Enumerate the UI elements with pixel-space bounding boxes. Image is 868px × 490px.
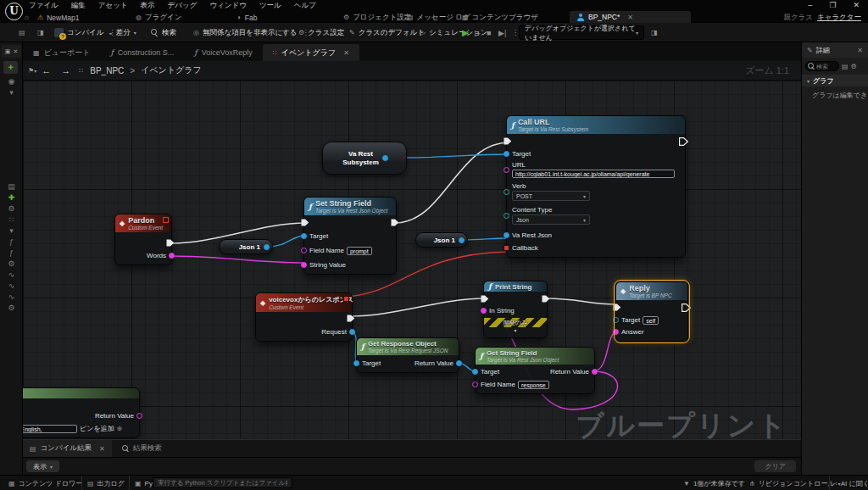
node-get-response-object[interactable]: ƒ Get Response ObjectTarget is Va Rest R… <box>356 337 459 373</box>
exec-pin[interactable] <box>166 239 175 247</box>
breadcrumb-current[interactable]: イベントグラフ <box>141 64 202 76</box>
verb-pin[interactable] <box>504 189 509 195</box>
return-value-pin[interactable] <box>136 413 142 419</box>
node-json1-variable[interactable]: Json 1 <box>219 239 273 254</box>
return-value-pin[interactable] <box>592 369 598 375</box>
menu-edit[interactable]: 編集 <box>71 1 86 11</box>
maximize-button[interactable]: ❐ <box>829 1 836 9</box>
gear-icon[interactable]: ⚙ <box>8 303 14 314</box>
url-pin[interactable] <box>504 167 509 173</box>
request-pin[interactable] <box>349 329 355 335</box>
menu-tools[interactable]: ツール <box>259 1 281 11</box>
level-tab[interactable]: ⚠ NewMap1 <box>37 12 79 23</box>
exec-out-pin[interactable] <box>682 303 691 312</box>
frame-skip-button[interactable]: ▷ <box>475 23 481 42</box>
home-button[interactable]: ⌂ <box>25 12 29 23</box>
add-icon[interactable]: ✚ <box>8 192 15 203</box>
play-options-button[interactable]: ⋮ <box>510 23 519 42</box>
words-pin[interactable] <box>169 253 175 259</box>
avatar-icon[interactable]: ◉ <box>8 76 15 87</box>
content-type-dropdown[interactable]: Json▾ <box>512 214 590 225</box>
diff-button[interactable]: ◒差分▾ <box>108 23 136 42</box>
target-pin[interactable] <box>353 360 359 366</box>
debug-browse-button[interactable]: ◨ <box>651 23 658 42</box>
target-pin[interactable] <box>472 369 478 375</box>
variable-icon[interactable]: ∿ <box>8 292 15 303</box>
close-tab-icon[interactable]: ✕ <box>343 49 349 57</box>
field-name-pin[interactable] <box>472 381 478 387</box>
tab-voicevox-reply[interactable]: ƒVoiceVoxReply <box>184 44 262 61</box>
node-print-string[interactable]: ƒ Print String In String 開発のみ ▾ <box>483 281 548 338</box>
event-graph-canvas[interactable]: ◆ PardonCustom Event Words Json 1 Va Res… <box>23 81 801 439</box>
callback-pin[interactable] <box>504 245 509 251</box>
unsaved-indicator[interactable]: ▼1個が未保存です <box>678 476 750 490</box>
bookmark-icon[interactable]: ⚑ <box>28 67 34 75</box>
find-results-tab[interactable]: 結果検索 <box>122 443 162 454</box>
url-input[interactable]: http://cglab01.int.t-kougei.ac.jp/ollama… <box>512 170 675 178</box>
class-defaults-button[interactable]: ✎クラスのデフォルト <box>349 23 425 42</box>
exec-out-pin[interactable] <box>679 137 688 146</box>
text-value-input[interactable]: er in English, <box>23 425 77 433</box>
project-settings-button[interactable]: ⚙プロジェクト設定 <box>343 12 411 23</box>
gear-icon[interactable]: ⚙ <box>8 203 14 214</box>
add-bookmark-button[interactable]: ＋ <box>3 61 18 74</box>
close-tab-icon[interactable]: ✕ <box>627 14 633 21</box>
exec-pin[interactable] <box>347 315 355 322</box>
plugins-button[interactable]: ◍プラグイン <box>136 12 181 23</box>
node-varest-subsystem[interactable]: Va RestSubsystem <box>322 142 407 175</box>
in-string-pin[interactable] <box>481 308 487 314</box>
debug-object-dropdown[interactable]: デバッグオブジェクトが選択されていません▾ <box>519 25 644 40</box>
fab-button[interactable]: ◗Fab <box>237 12 258 23</box>
breadcrumb-root[interactable]: BP_NPC <box>90 66 124 75</box>
verb-dropdown[interactable]: POST▾ <box>512 191 590 201</box>
close-button[interactable]: ✕ <box>853 1 860 9</box>
save-button[interactable]: ▤ <box>19 23 25 42</box>
parent-class-link[interactable]: キャラクター <box>817 13 861 21</box>
menu-debug[interactable]: デバッグ <box>168 1 198 11</box>
close-icon[interactable]: ✕ <box>857 47 863 54</box>
expand-node-icon[interactable]: ▾ <box>484 327 547 334</box>
clear-button[interactable]: クリア <box>754 460 796 472</box>
play-to-button[interactable]: ▶| <box>498 23 506 42</box>
hide-unrelated-button[interactable]: ◎無関係な項目を非表示にする⋮ <box>193 23 309 42</box>
collapsed-panel-tab[interactable]: ▣✕ <box>2 45 21 58</box>
minimize-button[interactable]: – <box>808 1 812 9</box>
return-value-pin[interactable] <box>456 360 462 366</box>
exec-in-pin[interactable] <box>504 137 512 145</box>
play-button[interactable]: ▶ <box>462 23 469 42</box>
content-type-pin[interactable] <box>504 213 509 219</box>
find-button[interactable]: 検索 <box>151 23 176 42</box>
json-output-pin[interactable] <box>459 237 465 243</box>
node-set-string-field[interactable]: ƒ Set String FieldTarget is Va Rest Json… <box>303 197 397 275</box>
compile-button[interactable]: コンパイル⋮ <box>54 23 116 42</box>
target-pin[interactable] <box>504 151 509 157</box>
exec-in-pin[interactable] <box>613 303 621 311</box>
function-icon[interactable]: ƒ <box>9 248 14 259</box>
node-get-string-field[interactable]: ƒ Get String FieldTarget is Va Rest Json… <box>475 347 595 394</box>
field-name-input[interactable]: prompt <box>347 247 372 255</box>
add-pin-button[interactable]: ピンを追加 <box>80 424 114 433</box>
python-command-input[interactable] <box>153 477 292 488</box>
grid-icon[interactable]: ▤ <box>842 63 849 70</box>
exec-in-pin[interactable] <box>301 219 309 226</box>
output-log-button[interactable]: ▤出力ログ <box>81 476 130 490</box>
field-name-input[interactable]: response <box>518 381 549 389</box>
node-reply-event-call[interactable]: ◆ ReplyTarget is BP NPC Targetself Answe… <box>615 281 688 342</box>
node-call-url[interactable]: ƒ Call URLTarget is Va Rest Subsystem Ta… <box>506 115 686 258</box>
variable-icon[interactable]: ∿ <box>8 270 15 281</box>
gear-icon[interactable]: ⚙ <box>8 259 14 270</box>
function-icon[interactable]: ƒ <box>9 237 14 248</box>
menu-file[interactable]: ファイル <box>29 1 58 11</box>
delegate-pin[interactable] <box>163 217 169 223</box>
show-filter-button[interactable]: 表示▾ <box>26 460 59 472</box>
menu-asset[interactable]: アセット <box>98 1 128 11</box>
tab-construction-script[interactable]: ƒConstruction S... <box>100 44 184 61</box>
close-tab-icon[interactable]: ✕ <box>99 445 105 453</box>
node-append-partial[interactable]: Return Value er in English, ピンを追加 ⊕ <box>23 387 140 438</box>
menu-window[interactable]: ウィンドウ <box>209 1 247 11</box>
exec-out-pin[interactable] <box>542 295 550 303</box>
collapse-icon[interactable]: ▾ <box>9 87 14 98</box>
menu-view[interactable]: 表示 <box>141 1 155 11</box>
node-json1-variable[interactable]: Json 1 <box>415 232 468 248</box>
back-button[interactable]: ← <box>42 65 51 75</box>
